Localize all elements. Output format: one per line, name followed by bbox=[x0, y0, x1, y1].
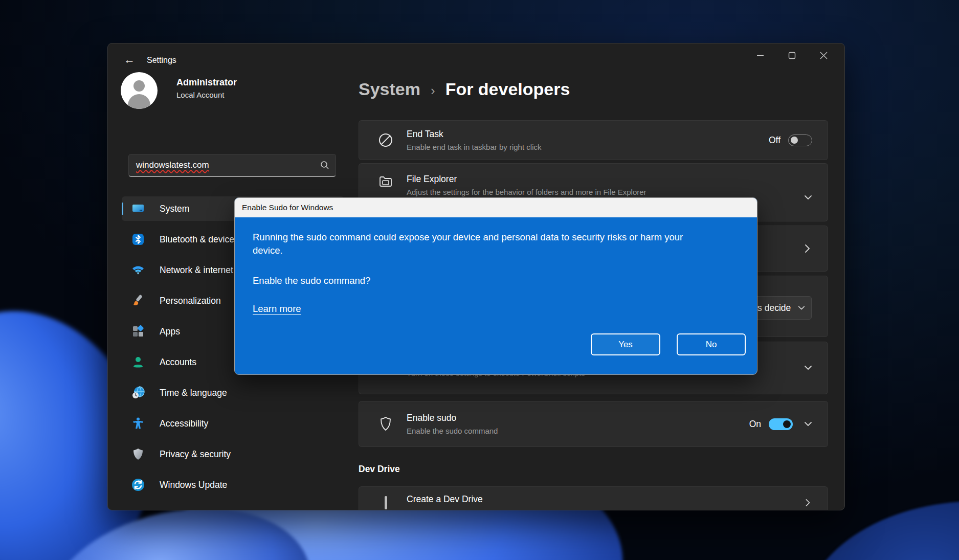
sudo-dialog-message: Running the sudo command could expose yo… bbox=[253, 231, 690, 258]
globe-clock-icon bbox=[131, 386, 145, 400]
back-arrow-icon: ← bbox=[124, 53, 135, 66]
account-type: Local Account bbox=[176, 91, 224, 99]
shield-icon bbox=[131, 447, 145, 461]
sudo-dialog-title: Enable Sudo for Windows bbox=[242, 203, 333, 212]
end-task-toggle[interactable] bbox=[788, 135, 812, 146]
wifi-icon bbox=[131, 263, 145, 277]
maximize-button[interactable] bbox=[776, 43, 808, 67]
sudo-dialog: Enable Sudo for Windows Running the sudo… bbox=[234, 197, 757, 375]
avatar-head bbox=[133, 80, 145, 92]
toggle-knob bbox=[791, 137, 798, 144]
system-icon bbox=[131, 201, 145, 216]
enable-sudo-toggle[interactable] bbox=[769, 418, 793, 430]
update-icon bbox=[131, 478, 145, 492]
avatar-torso bbox=[128, 94, 150, 109]
breadcrumb: System › For developers bbox=[359, 79, 570, 99]
dev-drive-icon bbox=[377, 494, 394, 509]
breadcrumb-separator-icon: › bbox=[431, 83, 435, 99]
minimize-icon bbox=[756, 52, 764, 59]
chevron-down-icon[interactable] bbox=[804, 364, 812, 372]
apps-icon bbox=[131, 324, 145, 339]
search-input[interactable]: windowslatest.com bbox=[128, 154, 336, 177]
sidebar-item-label: Privacy & security bbox=[160, 449, 231, 460]
accessibility-icon bbox=[131, 416, 145, 431]
minimize-button[interactable] bbox=[744, 43, 776, 67]
avatar bbox=[121, 72, 158, 109]
sidebar-item-label: Personalization bbox=[160, 296, 221, 306]
chevron-right-icon[interactable] bbox=[804, 498, 811, 507]
page-title: For developers bbox=[445, 79, 570, 99]
chevron-right-icon[interactable] bbox=[803, 243, 811, 254]
end-task-title: End Task bbox=[407, 129, 541, 140]
chevron-down-icon[interactable] bbox=[804, 193, 812, 201]
file-explorer-title: File Explorer bbox=[407, 174, 646, 185]
sidebar-item-windows-update[interactable]: Windows Update bbox=[122, 473, 344, 497]
sidebar-item-label: Network & internet bbox=[160, 265, 233, 276]
yes-button[interactable]: Yes bbox=[591, 333, 660, 355]
sidebar-item-label: Windows Update bbox=[160, 480, 227, 490]
selected-indicator bbox=[122, 203, 123, 215]
section-heading-dev-drive: Dev Drive bbox=[359, 464, 400, 475]
toggle-knob bbox=[783, 420, 791, 428]
back-button[interactable]: ← bbox=[119, 51, 140, 69]
create-dev-drive-title: Create a Dev Drive bbox=[407, 494, 483, 505]
sudo-dialog-body: Running the sudo command could expose yo… bbox=[235, 217, 757, 375]
enable-sudo-title: Enable sudo bbox=[407, 413, 498, 423]
enable-sudo-subtitle: Enable the sudo command bbox=[407, 427, 498, 435]
file-explorer-subtitle: Adjust the settings for the behavior of … bbox=[407, 188, 646, 196]
search-input-value: windowslatest.com bbox=[136, 160, 209, 170]
sidebar-item-label: System bbox=[160, 204, 189, 214]
sidebar-item-time-language[interactable]: Time & language bbox=[122, 380, 344, 405]
bluetooth-icon bbox=[131, 232, 145, 247]
end-task-icon bbox=[377, 132, 394, 148]
chevron-down-icon bbox=[798, 304, 805, 311]
end-task-state: Off bbox=[769, 135, 780, 146]
sidebar-item-label: Time & language bbox=[160, 388, 227, 398]
chevron-down-icon[interactable] bbox=[804, 420, 812, 428]
sidebar-item-label: Accounts bbox=[160, 357, 196, 368]
end-task-subtitle: Enable end task in taskbar by right clic… bbox=[407, 143, 541, 151]
setting-row-create-dev-drive[interactable]: Create a Dev Drive bbox=[359, 486, 828, 510]
shield-outline-icon bbox=[377, 416, 394, 432]
breadcrumb-parent[interactable]: System bbox=[359, 79, 420, 99]
sidebar-item-accessibility[interactable]: Accessibility bbox=[122, 411, 344, 436]
sidebar-item-label: Apps bbox=[160, 326, 180, 337]
sidebar-item-label: Accessibility bbox=[160, 418, 208, 429]
account-name: Administrator bbox=[176, 77, 237, 88]
file-explorer-icon bbox=[377, 174, 394, 189]
sidebar-item-privacy[interactable]: Privacy & security bbox=[122, 442, 344, 466]
person-icon bbox=[131, 355, 145, 369]
enable-sudo-state: On bbox=[749, 419, 761, 430]
sudo-dialog-buttons: Yes No bbox=[591, 333, 746, 355]
paintbrush-icon bbox=[131, 294, 145, 308]
caption-buttons bbox=[744, 43, 839, 67]
maximize-icon bbox=[788, 52, 796, 59]
setting-row-end-task: End Task Enable end task in taskbar by r… bbox=[359, 120, 828, 160]
close-icon bbox=[820, 52, 828, 59]
setting-row-enable-sudo: Enable sudo Enable the sudo command On bbox=[359, 401, 828, 447]
window-title: Settings bbox=[147, 56, 176, 65]
no-button[interactable]: No bbox=[677, 333, 746, 355]
learn-more-link[interactable]: Learn more bbox=[253, 303, 301, 315]
close-button[interactable] bbox=[808, 43, 839, 67]
sidebar-item-label: Bluetooth & devices bbox=[160, 234, 239, 245]
sudo-dialog-titlebar: Enable Sudo for Windows bbox=[235, 198, 757, 217]
sudo-dialog-question: Enable the sudo command? bbox=[253, 275, 739, 286]
search-icon[interactable] bbox=[320, 161, 329, 170]
